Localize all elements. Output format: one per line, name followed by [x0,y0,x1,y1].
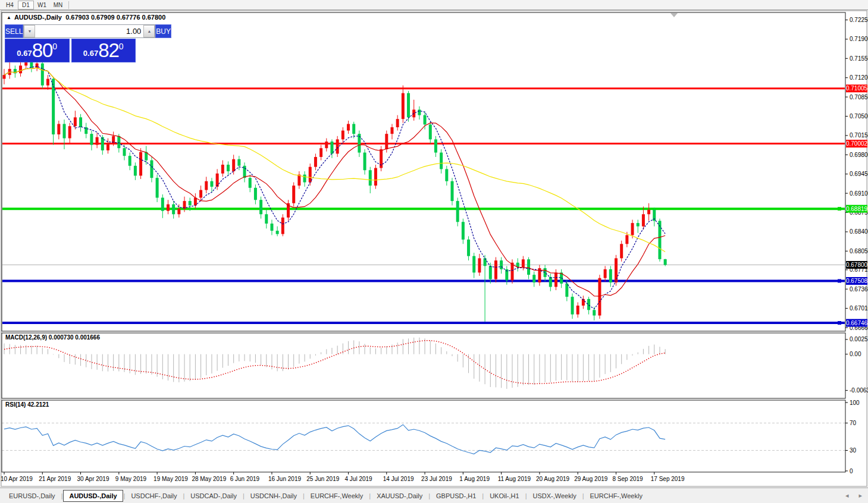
svg-text:9 May 2019: 9 May 2019 [115,476,147,482]
volume-increase-icon[interactable]: ▲ [143,25,155,37]
tab-usdcad-daily[interactable]: USDCAD-,Daily [185,491,242,501]
svg-text:25 Jun 2019: 25 Jun 2019 [306,476,339,482]
macd-label: MACD(12,26,9) 0.000730 0.001666 [5,334,100,341]
svg-text:23 Jul 2019: 23 Jul 2019 [421,476,452,482]
svg-text:8 Sep 2019: 8 Sep 2019 [612,476,643,482]
tab-scroll-left-icon[interactable]: ◂ [845,492,849,499]
svg-text:0.71005: 0.71005 [846,85,868,92]
volume-decrease-icon[interactable]: ▼ [24,25,35,37]
buy-price-tile[interactable]: 0.67820 [71,39,136,62]
chart-ohlc-values: 0.67903 0.67909 0.67776 0.67800 [65,14,165,21]
svg-text:0.71200: 0.71200 [850,74,868,81]
svg-text:20 Aug 2019: 20 Aug 2019 [536,476,570,482]
svg-text:0.70150: 0.70150 [850,132,868,139]
svg-text:0.67360: 0.67360 [850,286,868,293]
symbol-tab-bar: EURUSD-,Daily|AUDUSD-,Daily|USDCHF-,Dail… [0,488,868,503]
tab-audusd-daily[interactable]: AUDUSD-,Daily [63,490,123,502]
volume-stepper: ▼ ▲ [23,24,155,38]
svg-text:1 Aug 2019: 1 Aug 2019 [459,476,490,482]
svg-text:0.69800: 0.69800 [850,152,868,158]
sell-price-point: 0 [52,42,57,51]
tab-eurchf-weekly[interactable]: EURCHF-,Weekly [305,491,368,501]
buy-price-pips: 82 [98,40,119,61]
timeframe-button-h4[interactable]: H4 [2,1,18,10]
svg-text:16 Jun 2019: 16 Jun 2019 [268,476,301,482]
timeframe-toolbar: H4D1W1MN [0,0,868,10]
tab-xauusd-daily[interactable]: XAUUSD-,Daily [371,491,428,501]
svg-text:0.70500: 0.70500 [850,113,868,120]
timeframe-button-w1[interactable]: W1 [34,1,50,10]
svg-text:0.002574: 0.002574 [850,336,868,342]
svg-text:0.68819: 0.68819 [846,206,868,212]
tab-ukoil-h1[interactable]: UKOil-,H1 [484,491,525,501]
collapse-panel-icon[interactable]: ▲ [7,15,11,20]
svg-text:4 Jul 2019: 4 Jul 2019 [345,476,373,482]
price-chart[interactable]: 0.722500.719000.715500.712000.708500.705… [0,0,868,488]
svg-text:29 Aug 2019: 29 Aug 2019 [574,476,608,482]
tab-usdx-weekly[interactable]: USDX-,Weekly [528,491,582,501]
sell-price-pips: 80 [32,40,53,61]
svg-text:0.69450: 0.69450 [850,171,868,177]
rsi-label: RSI(14) 42.2121 [5,401,49,408]
svg-text:0.70850: 0.70850 [850,94,868,100]
svg-text:-0.00632: -0.00632 [850,387,868,394]
tab-usdchf-daily[interactable]: USDCHF-,Daily [126,491,182,501]
volume-input[interactable] [35,25,143,37]
buy-price-prefix: 0.67 [83,49,98,58]
tab-eurusd-daily[interactable]: EURUSD-,Daily [4,491,61,501]
svg-text:14 Jul 2019: 14 Jul 2019 [383,476,414,482]
svg-text:0: 0 [850,468,853,474]
sell-price-tile[interactable]: 0.67800 [5,39,70,62]
svg-text:0.71900: 0.71900 [850,36,868,42]
timeframe-button-d1[interactable]: D1 [18,1,34,10]
svg-text:10 Apr 2019: 10 Apr 2019 [1,476,33,482]
svg-text:21 Apr 2019: 21 Apr 2019 [39,476,71,482]
svg-text:70: 70 [850,420,857,426]
toolbar-separator [68,1,69,9]
tab-eurchf-weekly[interactable]: EURCHF-,Weekly [585,491,648,501]
buy-price-point: 0 [119,42,124,51]
svg-text:6 Jun 2019: 6 Jun 2019 [230,476,260,482]
svg-text:0.67010: 0.67010 [850,305,868,312]
sell-button[interactable]: SELL [5,24,23,38]
svg-text:30 Apr 2019: 30 Apr 2019 [77,476,109,482]
svg-text:0.00: 0.00 [850,351,861,357]
svg-text:0.67508: 0.67508 [846,278,868,284]
svg-text:0.70002: 0.70002 [846,140,868,147]
timeframe-button-mn[interactable]: MN [50,1,66,10]
svg-text:0.68050: 0.68050 [850,248,868,254]
svg-text:11 Aug 2019: 11 Aug 2019 [498,476,531,482]
svg-text:0.66746: 0.66746 [846,320,868,326]
svg-text:0.72250: 0.72250 [850,17,868,23]
tab-scroll-nav: ◂ ▸ [837,492,862,499]
buy-button[interactable]: BUY [155,24,171,38]
svg-text:0.71550: 0.71550 [850,55,868,62]
svg-text:17 Sep 2019: 17 Sep 2019 [651,476,685,482]
svg-text:0.67800: 0.67800 [846,262,868,268]
sell-price-prefix: 0.67 [17,49,32,58]
tab-gbpusd-h1[interactable]: GBPUSD-,H1 [431,491,481,501]
one-click-trading-panel: SELL ▼ ▲ BUY 0.67800 0.67820 [5,24,136,62]
svg-text:28 May 2019: 28 May 2019 [192,476,226,482]
chart-symbol-period: AUDUSD-,Daily [14,14,62,21]
svg-text:19 May 2019: 19 May 2019 [153,476,188,482]
svg-text:100: 100 [850,400,860,406]
tab-scroll-right-icon[interactable]: ▸ [858,492,862,499]
chart-title-bar: ▲AUDUSD-,Daily 0.67903 0.67909 0.67776 0… [7,14,165,21]
svg-text:0.69100: 0.69100 [850,190,868,197]
tab-usdcnh-daily[interactable]: USDCNH-,Daily [245,491,302,501]
svg-text:0.68400: 0.68400 [850,228,868,235]
svg-text:30: 30 [850,447,857,454]
